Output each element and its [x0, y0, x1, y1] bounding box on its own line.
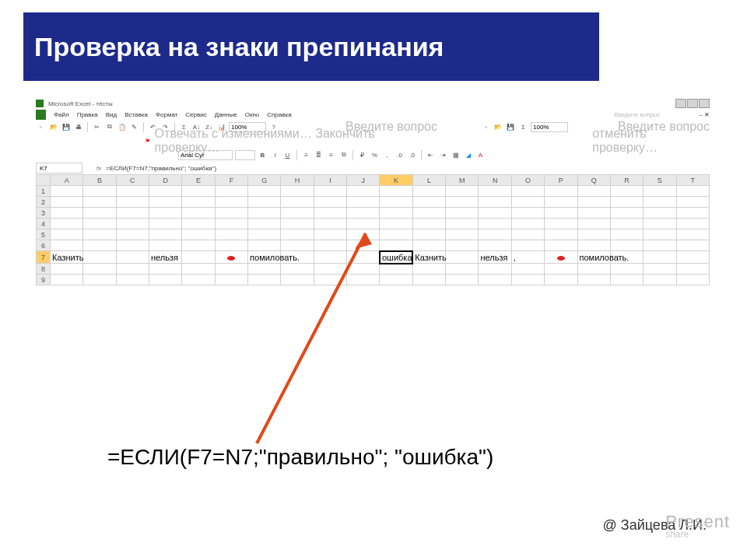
cell-C2[interactable]: [116, 197, 149, 208]
cell-P7[interactable]: [545, 251, 577, 264]
menu-edit[interactable]: Правка: [77, 111, 98, 118]
cell-C5[interactable]: [116, 229, 149, 240]
cell-B9[interactable]: [83, 275, 116, 285]
doc-close-dash[interactable]: – ✕: [699, 111, 710, 118]
cell-A5[interactable]: [51, 229, 83, 240]
cell-S6[interactable]: [644, 240, 676, 251]
cell-N4[interactable]: [479, 219, 511, 229]
cell-R6[interactable]: [610, 240, 643, 251]
cell-R8[interactable]: [610, 264, 643, 275]
cell-P9[interactable]: [545, 275, 577, 285]
save2-icon[interactable]: 💾: [506, 122, 516, 132]
cell-S1[interactable]: [644, 186, 676, 197]
cell-A4[interactable]: [51, 219, 83, 229]
cell-J3[interactable]: [347, 208, 380, 219]
cell-P3[interactable]: [545, 208, 577, 219]
cell-C1[interactable]: [116, 186, 149, 197]
borders-icon[interactable]: ▦: [451, 150, 461, 160]
menu-tools[interactable]: Сервис: [185, 111, 206, 118]
cell-T9[interactable]: [676, 275, 709, 285]
cell-E8[interactable]: [182, 264, 215, 275]
bold-icon[interactable]: B: [258, 150, 268, 160]
font-size-dropdown[interactable]: [235, 150, 255, 160]
cell-D2[interactable]: [149, 197, 182, 208]
cell-D4[interactable]: [149, 219, 182, 229]
col-header-F[interactable]: F: [215, 175, 247, 186]
merge-icon[interactable]: ⧉: [338, 150, 349, 160]
col-header-A[interactable]: A: [51, 175, 83, 186]
cell-G2[interactable]: [248, 197, 281, 208]
cell-O9[interactable]: [511, 275, 544, 285]
menu-format[interactable]: Формат: [156, 111, 177, 118]
col-header-M[interactable]: M: [446, 175, 479, 186]
cell-C9[interactable]: [116, 275, 149, 285]
cell-D5[interactable]: [149, 229, 182, 240]
cell-N8[interactable]: [479, 264, 511, 275]
col-header-L[interactable]: L: [412, 175, 445, 186]
cell-M2[interactable]: [446, 197, 479, 208]
maximize-icon[interactable]: [687, 99, 698, 108]
menu-help[interactable]: Справка: [267, 111, 291, 118]
cell-T7[interactable]: [676, 251, 709, 264]
review-flag-icon[interactable]: ⚑: [142, 136, 153, 146]
cell-L3[interactable]: [412, 208, 445, 219]
menu-insert[interactable]: Вставка: [124, 111, 148, 118]
cell-O1[interactable]: [511, 186, 544, 197]
cell-Q7[interactable]: помиловать.: [577, 251, 610, 264]
cell-D3[interactable]: [149, 208, 182, 219]
col-header-Q[interactable]: Q: [577, 175, 610, 186]
row-header-4[interactable]: 4: [37, 219, 51, 229]
dec-inc-icon[interactable]: .0: [395, 150, 405, 160]
cell-M3[interactable]: [446, 208, 479, 219]
zoom2-dropdown[interactable]: 100%: [531, 122, 568, 132]
cell-L2[interactable]: [412, 197, 445, 208]
cell-R9[interactable]: [610, 275, 643, 285]
cell-S8[interactable]: [644, 264, 676, 275]
cell-E7[interactable]: [182, 251, 215, 264]
cell-D8[interactable]: [149, 264, 182, 275]
save-icon[interactable]: 💾: [61, 122, 71, 132]
cell-Q2[interactable]: [577, 197, 610, 208]
dec-dec-icon[interactable]: .0: [407, 150, 417, 160]
cell-E6[interactable]: [182, 240, 215, 251]
cell-E1[interactable]: [182, 186, 215, 197]
cell-D6[interactable]: [149, 240, 182, 251]
col-header-H[interactable]: H: [281, 175, 314, 186]
cell-R2[interactable]: [610, 197, 643, 208]
font-name-dropdown[interactable]: Arial Cyr: [178, 150, 233, 160]
col-header-J[interactable]: J: [347, 175, 380, 186]
cell-H3[interactable]: [281, 208, 314, 219]
cell-P4[interactable]: [545, 219, 577, 229]
cell-B4[interactable]: [83, 219, 116, 229]
cell-S3[interactable]: [644, 208, 676, 219]
cell-R1[interactable]: [610, 186, 643, 197]
cell-K1[interactable]: [380, 186, 412, 197]
menu-view[interactable]: Вид: [106, 111, 117, 118]
minimize-icon[interactable]: [675, 99, 686, 108]
cut-icon[interactable]: ✂: [92, 122, 102, 132]
cell-Q5[interactable]: [577, 229, 610, 240]
cell-D9[interactable]: [149, 275, 182, 285]
cell-Q3[interactable]: [577, 208, 610, 219]
cell-B7[interactable]: [83, 251, 116, 264]
cell-T5[interactable]: [676, 229, 709, 240]
print-icon[interactable]: 🖶: [73, 122, 83, 132]
open-icon[interactable]: 📂: [48, 122, 58, 132]
col-header-N[interactable]: N: [479, 175, 511, 186]
formula-bar-text[interactable]: =ЕСЛИ(F7=N7;"правильно"; "ошибка"): [106, 165, 216, 172]
cell-R4[interactable]: [610, 219, 643, 229]
cell-A3[interactable]: [51, 208, 83, 219]
cell-T4[interactable]: [676, 219, 709, 229]
percent-icon[interactable]: %: [370, 150, 380, 160]
cell-N7[interactable]: нельзя: [479, 251, 511, 264]
cell-T3[interactable]: [676, 208, 709, 219]
cell-C3[interactable]: [116, 208, 149, 219]
cell-T6[interactable]: [676, 240, 709, 251]
name-box[interactable]: K7: [36, 163, 82, 173]
row-header-3[interactable]: 3: [37, 208, 51, 219]
fill-color-icon[interactable]: ◢: [463, 150, 473, 160]
cell-I1[interactable]: [314, 186, 346, 197]
new2-icon[interactable]: ▫: [481, 122, 491, 132]
cell-B6[interactable]: [83, 240, 116, 251]
copy-icon[interactable]: ⧉: [104, 122, 114, 132]
